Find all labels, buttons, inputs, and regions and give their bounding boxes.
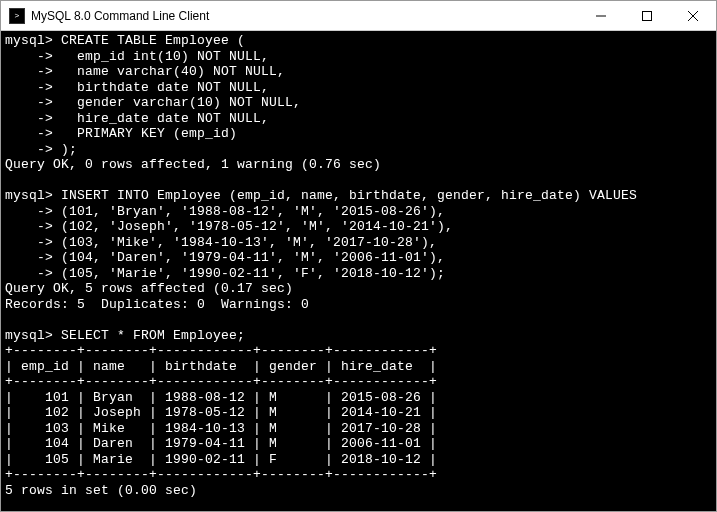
terminal-output[interactable]: mysql> CREATE TABLE Employee ( -> emp_id… <box>1 31 716 511</box>
titlebar[interactable]: MySQL 8.0 Command Line Client <box>1 1 716 31</box>
minimize-icon <box>596 11 606 21</box>
maximize-icon <box>642 11 652 21</box>
maximize-button[interactable] <box>624 1 670 30</box>
close-button[interactable] <box>670 1 716 30</box>
window-title: MySQL 8.0 Command Line Client <box>31 9 578 23</box>
minimize-button[interactable] <box>578 1 624 30</box>
app-icon <box>9 8 25 24</box>
svg-rect-1 <box>643 11 652 20</box>
app-window: MySQL 8.0 Command Line Client mysql> CRE… <box>0 0 717 512</box>
close-icon <box>688 11 698 21</box>
window-controls <box>578 1 716 30</box>
